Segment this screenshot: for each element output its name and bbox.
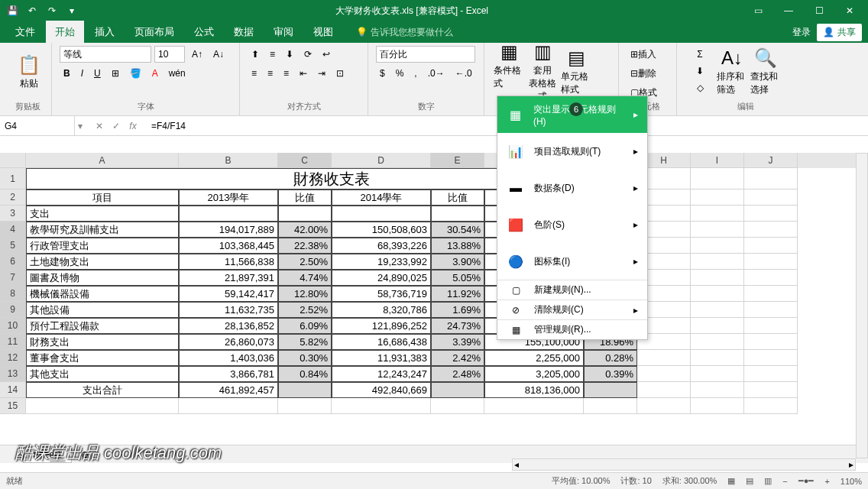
row-header[interactable]: 12 [0,350,26,366]
cell[interactable] [179,206,278,222]
italic-button[interactable]: I [77,65,87,82]
align-center-icon[interactable]: ≡ [264,65,277,82]
cell[interactable] [744,302,798,318]
view-layout-icon[interactable]: ▤ [746,476,753,486]
increase-font-icon[interactable]: A↑ [188,46,206,63]
table-format-button[interactable]: ▥套用 表格格式 [526,46,559,98]
cell[interactable]: 2.52% [278,302,332,318]
cell[interactable] [744,222,798,238]
zoom-slider[interactable]: ━●━ [798,476,815,486]
cell[interactable]: 12,243,247 [332,366,431,382]
cell[interactable]: 項目 [26,189,179,206]
cell[interactable]: 3,205,000 [484,366,584,382]
accounting-icon[interactable]: $ [376,65,389,82]
cell[interactable] [637,382,691,398]
fill-icon[interactable]: ⬇ [685,63,715,79]
cell[interactable] [691,350,744,366]
wrap-text-button[interactable]: ↩ [319,46,334,63]
cell[interactable] [691,222,744,238]
row-header[interactable]: 2 [0,189,26,206]
cell[interactable] [637,350,691,366]
cell[interactable]: 支出 [26,206,179,222]
cell[interactable] [584,398,637,414]
cell[interactable]: 2,255,000 [484,350,584,366]
cell[interactable]: 圖書及博物 [26,270,179,286]
cell[interactable]: 比值 [278,189,332,206]
horizontal-scrollbar[interactable]: ◂▸ [512,458,856,471]
cell[interactable] [179,398,278,414]
cell[interactable]: 16,686,438 [332,334,431,350]
cell[interactable]: 土地建物支出 [26,254,179,270]
comma-icon[interactable]: , [410,65,420,82]
tab-file[interactable]: 文件 [6,21,44,44]
increase-decimal-icon[interactable]: .0→ [424,65,449,82]
cell[interactable] [744,189,798,206]
cell[interactable] [637,366,691,382]
cell[interactable]: 財務支出 [26,334,179,350]
cell[interactable] [744,318,798,334]
cell[interactable] [744,382,798,398]
cancel-icon[interactable]: ✕ [92,118,107,134]
cell[interactable]: 0.84% [278,366,332,382]
cell[interactable]: 8,320,786 [332,302,431,318]
align-middle-icon[interactable]: ≡ [266,46,279,63]
number-format-combo[interactable]: 百分比 [376,46,475,63]
cell[interactable] [744,238,798,254]
cell[interactable] [744,350,798,366]
cell[interactable] [278,398,332,414]
indent-increase-icon[interactable]: ⇥ [314,65,329,82]
col-header[interactable]: D [332,153,431,168]
align-top-icon[interactable]: ⬆ [248,46,263,63]
cell[interactable]: 6.09% [278,318,332,334]
cell[interactable]: 11.92% [431,286,484,302]
cell[interactable]: 2014學年 [332,189,431,206]
cell[interactable]: 其他支出 [26,366,179,382]
select-all-button[interactable] [0,153,26,168]
cell[interactable]: 比值 [431,189,484,206]
cell[interactable]: 機械儀器設備 [26,286,179,302]
cell[interactable] [691,270,744,286]
cell[interactable] [691,398,744,414]
decrease-decimal-icon[interactable]: ←.0 [452,65,476,82]
vertical-scrollbar[interactable] [856,153,868,458]
cell[interactable] [431,206,484,222]
cell[interactable] [691,189,744,206]
col-header[interactable]: A [26,153,179,168]
cell[interactable] [691,382,744,398]
cell[interactable]: 30.54% [431,222,484,238]
cell[interactable]: 150,508,603 [332,222,431,238]
cell[interactable] [26,398,179,414]
cell[interactable]: 492,840,669 [332,382,431,398]
cell[interactable] [744,270,798,286]
row-header[interactable]: 3 [0,206,26,222]
cell[interactable]: 預付工程設備款 [26,318,179,334]
view-break-icon[interactable]: ▥ [764,476,772,486]
menu-data-bars[interactable]: ▬ 数据条(D) ▸ [497,170,647,206]
row-header[interactable]: 6 [0,254,26,270]
cell[interactable]: 21,897,391 [179,270,278,286]
cell[interactable] [691,254,744,270]
name-box[interactable]: G4 [0,116,75,135]
autosum-icon[interactable]: Σ [685,46,715,63]
bold-button[interactable]: B [60,65,74,82]
zoom-level[interactable]: 110% [840,477,862,486]
cell[interactable] [744,168,798,189]
cell[interactable] [278,382,332,398]
namebox-dropdown-icon[interactable]: ▾ [78,121,83,131]
cell[interactable]: 董事會支出 [26,350,179,366]
zoom-out-icon[interactable]: − [782,477,787,486]
cell[interactable]: 461,892,457 [179,382,278,398]
close-icon[interactable]: ✕ [834,0,865,21]
cell[interactable]: 3.90% [431,254,484,270]
cell[interactable] [744,286,798,302]
save-icon[interactable]: 💾 [3,2,21,19]
cell[interactable] [691,238,744,254]
cell[interactable]: 68,393,226 [332,238,431,254]
cell[interactable] [637,398,691,414]
cell[interactable]: 121,896,252 [332,318,431,334]
row-header[interactable]: 4 [0,222,26,238]
border-button[interactable]: ⊞ [108,65,123,82]
cell[interactable]: 194,017,889 [179,222,278,238]
menu-icon-sets[interactable]: 🔵 图标集(I) ▸ [497,243,647,280]
cell[interactable]: 行政管理支出 [26,238,179,254]
